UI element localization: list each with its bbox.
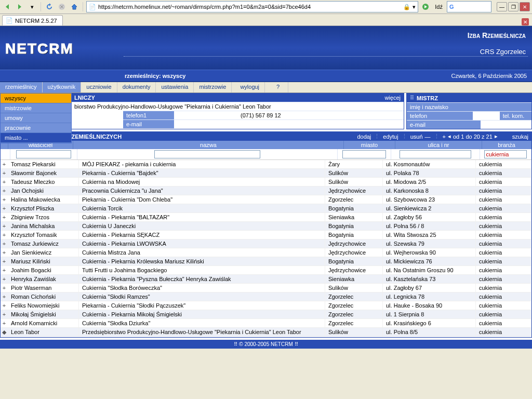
expand-icon[interactable]: + xyxy=(1,213,8,221)
table-row[interactable]: +Janina MichalskaCukiernia U JaneczkiBog… xyxy=(1,222,531,231)
menu-rzemieslnicy[interactable]: rzemieślnicy xyxy=(0,82,43,92)
panel-title: LNICZY xyxy=(74,95,95,101)
menu-help[interactable]: ? xyxy=(268,82,288,92)
table-row[interactable]: +Piotr WasermanCukiernia "Słodka Borówec… xyxy=(1,284,531,292)
table-row[interactable]: +Sławomir BajonekPiekarnia - Cukiernia "… xyxy=(1,169,531,178)
search-button[interactable]: szukaj xyxy=(512,134,528,140)
footer: ⠿ © 2000-2005 NETCRM ⠿ xyxy=(0,340,532,349)
table-row[interactable]: +Krzysztof PliszkaCukiernia TorcikBogaty… xyxy=(1,204,531,213)
menu-wyloguj[interactable]: wyloguj xyxy=(235,82,265,92)
dd-mistrzowie[interactable]: mistrzowie xyxy=(1,103,71,113)
table-row[interactable]: +Henryka ZawiślakCukiernia - Piekarnia "… xyxy=(1,275,531,284)
menu-mistrzowie[interactable]: mistrzowie xyxy=(194,82,232,92)
table-row[interactable]: +Halina MakowieckaPiekarnia - Cukiernia … xyxy=(1,195,531,204)
table-row[interactable]: +Zbigniew TrzosCukiernia - Piekarnia "BA… xyxy=(1,213,531,222)
expand-icon[interactable]: + xyxy=(1,222,8,230)
expand-icon[interactable]: + xyxy=(1,266,8,274)
expand-icon[interactable]: ◆ xyxy=(1,328,8,337)
menu-ustawienia[interactable]: ustawienia xyxy=(156,82,194,92)
reload-icon[interactable] xyxy=(44,2,55,12)
table-row[interactable]: +Mariusz KilińskiCukiernia - Piekarnia K… xyxy=(1,257,531,266)
dropdown-icon[interactable]: ▾ xyxy=(413,4,416,10)
url-bar[interactable]: 📄 https://netcrm.homelinux.net/~roman/di… xyxy=(86,1,418,12)
expand-icon[interactable]: + xyxy=(1,301,8,310)
go-icon[interactable] xyxy=(420,2,431,12)
col-street[interactable]: ulica i nr xyxy=(395,141,482,149)
expand-icon[interactable]: + xyxy=(1,284,8,292)
table-row[interactable]: +Tomasz PiekarskiMÓJ PIEKARZ - piekarnia… xyxy=(1,160,531,169)
filter-city[interactable] xyxy=(342,150,386,158)
dd-pracownie[interactable]: pracownie xyxy=(1,123,71,133)
filter-owner[interactable] xyxy=(16,150,71,158)
collapse-icon[interactable]: — xyxy=(425,134,431,140)
dd-umowy[interactable]: umowy xyxy=(1,113,71,123)
browser-search[interactable]: G xyxy=(447,1,491,12)
sub-banner: rzemieślnicy: wszyscy Czwartek, 6 Paździ… xyxy=(0,70,532,82)
table-row[interactable]: +Feliks NowomiejskiPiekarnia - Cukiernia… xyxy=(1,301,531,310)
expand-icon[interactable]: + xyxy=(1,248,8,257)
expand-icon[interactable]: + xyxy=(1,178,8,186)
table-row[interactable]: +Joahim BogackiTutti Frutti u Joahima Bo… xyxy=(1,266,531,275)
cell-owner: Krzysztof Tomasik xyxy=(8,231,79,239)
expand-icon[interactable]: + xyxy=(1,187,8,195)
cell-branch: cukiernia xyxy=(476,187,531,195)
filter-street[interactable] xyxy=(400,150,472,158)
edit-button[interactable]: edytuj xyxy=(383,134,398,140)
table-row[interactable]: +Jan SienkiewiczCukiernia Mistrza JanaJę… xyxy=(1,248,531,257)
col-name[interactable]: nazwa xyxy=(73,141,344,149)
table-row[interactable]: +Mikołaj ŚmigielskiCukiernia - Piekarnia… xyxy=(1,310,531,319)
expand-icon[interactable]: + xyxy=(1,195,8,204)
table-row[interactable]: +Roman CichońskiCukiernia "Słodki Ramzes… xyxy=(1,292,531,301)
cell-name: Cukiernia Mistrza Jana xyxy=(79,248,325,257)
cell-owner: Jan Ochojski xyxy=(8,187,79,195)
dropdown-icon[interactable]: ▾ xyxy=(27,2,37,12)
expand-icon[interactable]: + xyxy=(1,160,8,168)
tab-close-icon[interactable]: ✕ xyxy=(522,18,529,25)
col-branch[interactable]: branża xyxy=(482,141,531,149)
expand-icon[interactable]: + xyxy=(1,204,8,212)
cell-city: Jędrzychowice xyxy=(325,266,383,274)
expand-icon[interactable]: + xyxy=(1,275,8,283)
delete-button[interactable]: usuń xyxy=(410,134,423,140)
restore-icon[interactable]: ❐ xyxy=(508,2,518,11)
cell-street: ul. Karkonoska 8 xyxy=(383,187,476,195)
forward-icon[interactable] xyxy=(15,2,25,12)
table-row[interactable]: ◆Leon TaborPrzedsiębiorstwo Produkcyjno-… xyxy=(1,328,531,337)
home-icon[interactable] xyxy=(69,2,79,12)
table-row[interactable]: +Tomasz JurkiewiczCukiernia - Piekarnia … xyxy=(1,240,531,248)
menu-uzytkownik[interactable]: użytkownik xyxy=(43,82,82,92)
dd-wszyscy[interactable]: wszyscy xyxy=(1,94,71,103)
cell-branch: cukiernia xyxy=(476,195,531,204)
dd-miasto[interactable]: miasto ... xyxy=(1,133,71,143)
expand-icon[interactable]: + xyxy=(1,231,8,239)
expand-icon[interactable]: + xyxy=(1,240,8,248)
next-icon[interactable]: ▸ xyxy=(495,133,498,140)
expand-icon[interactable]: + xyxy=(1,169,8,177)
filter-name[interactable] xyxy=(154,150,260,158)
expand-icon[interactable]: + xyxy=(1,310,8,318)
cell-city: Zgorzelec xyxy=(325,195,383,204)
stop-icon[interactable] xyxy=(57,2,67,12)
expand-icon[interactable]: + xyxy=(1,292,8,301)
browser-tab[interactable]: 📄 NETCRM 2.5.27 xyxy=(2,15,63,25)
col-city[interactable]: miasto xyxy=(344,141,395,149)
minimize-icon[interactable]: — xyxy=(497,2,507,11)
more-link[interactable]: więcej xyxy=(384,95,401,101)
cell-name: Tutti Frutti u Joahima Bogackiego xyxy=(79,266,325,274)
menu-uczniowie[interactable]: uczniowie xyxy=(81,82,117,92)
close-icon[interactable]: ✕ xyxy=(520,2,530,11)
table-row[interactable]: +Jan OchojskiPracownia Cukiernicza "u Ja… xyxy=(1,187,531,195)
menu-dokumenty[interactable]: dokumenty xyxy=(117,82,156,92)
prev-icon[interactable]: ◂ xyxy=(448,133,451,140)
table-row[interactable]: +Krzysztof TomasikCukiernia - Piekarnia … xyxy=(1,231,531,240)
expand-icon[interactable]: + xyxy=(1,257,8,265)
filter-branch[interactable] xyxy=(484,150,526,158)
table-row[interactable]: +Arnold KomarnickiCukiernia "Słodka Dziu… xyxy=(1,319,531,328)
cell-owner: Janina Michalska xyxy=(8,222,79,230)
cell-branch: cukiernia xyxy=(476,266,531,274)
add-button[interactable]: dodaj xyxy=(357,134,371,140)
expand-icon[interactable]: + xyxy=(1,319,8,327)
back-icon[interactable] xyxy=(2,2,12,12)
table-row[interactable]: +Tadeusz MleczkoCukiernia na MiodowejSul… xyxy=(1,178,531,187)
expand-icon[interactable]: + xyxy=(443,134,446,140)
